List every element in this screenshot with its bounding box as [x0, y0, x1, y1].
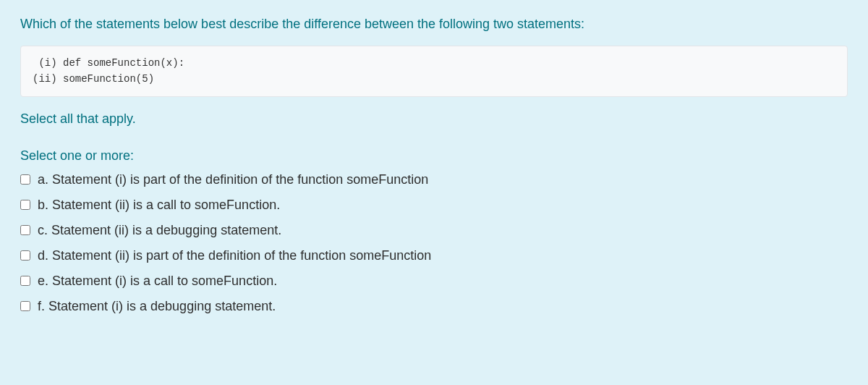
- option-letter: f.: [38, 299, 45, 313]
- option-text: Statement (ii) is part of the definition…: [52, 248, 431, 263]
- option-text: Statement (ii) is a debugging statement.: [51, 223, 281, 237]
- options-list: a. Statement (i) is part of the definiti…: [20, 172, 848, 314]
- checkbox-b[interactable]: [20, 200, 30, 210]
- option-d: d. Statement (ii) is part of the definit…: [20, 248, 848, 263]
- option-text: Statement (i) is part of the definition …: [52, 172, 428, 187]
- question-prompt: Which of the statements below best descr…: [20, 14, 848, 34]
- option-letter: d.: [38, 248, 48, 263]
- question-container: Which of the statements below best descr…: [0, 0, 868, 385]
- option-b: b. Statement (ii) is a call to someFunct…: [20, 198, 848, 213]
- checkbox-e[interactable]: [20, 276, 30, 286]
- option-label-f[interactable]: f. Statement (i) is a debugging statemen…: [38, 299, 276, 314]
- checkbox-c[interactable]: [20, 225, 30, 235]
- option-label-b[interactable]: b. Statement (ii) is a call to someFunct…: [38, 198, 280, 213]
- option-a: a. Statement (i) is part of the definiti…: [20, 172, 848, 187]
- checkbox-f[interactable]: [20, 301, 30, 311]
- option-text: Statement (i) is a call to someFunction.: [52, 274, 277, 288]
- checkbox-d[interactable]: [20, 250, 30, 261]
- option-label-c[interactable]: c. Statement (ii) is a debugging stateme…: [38, 223, 281, 238]
- option-letter: a.: [38, 172, 48, 187]
- checkbox-a[interactable]: [20, 174, 30, 185]
- option-label-d[interactable]: d. Statement (ii) is part of the definit…: [38, 248, 431, 263]
- option-c: c. Statement (ii) is a debugging stateme…: [20, 223, 848, 238]
- option-label-e[interactable]: e. Statement (i) is a call to someFuncti…: [38, 274, 277, 289]
- option-letter: c.: [38, 223, 48, 237]
- option-text: Statement (ii) is a call to someFunction…: [52, 198, 280, 212]
- code-block: (i) def someFunction(x): (ii) someFuncti…: [20, 46, 848, 97]
- option-letter: b.: [38, 198, 48, 212]
- select-prompt: Select one or more:: [20, 148, 848, 164]
- option-letter: e.: [38, 274, 48, 288]
- option-label-a[interactable]: a. Statement (i) is part of the definiti…: [38, 172, 428, 187]
- option-text: Statement (i) is a debugging statement.: [48, 299, 276, 313]
- instruction-text: Select all that apply.: [20, 111, 848, 127]
- option-f: f. Statement (i) is a debugging statemen…: [20, 299, 848, 314]
- option-e: e. Statement (i) is a call to someFuncti…: [20, 274, 848, 289]
